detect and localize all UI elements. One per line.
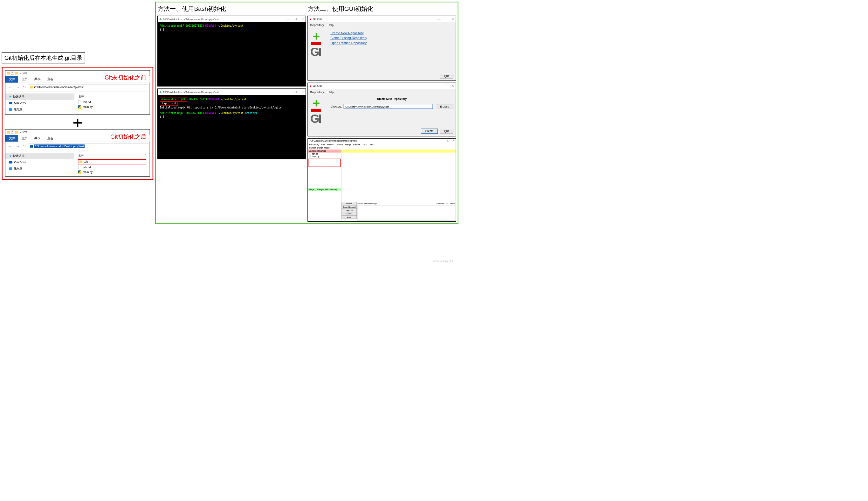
forward-arrow-icon[interactable]: → bbox=[16, 85, 20, 89]
menu-item[interactable]: Tools bbox=[363, 143, 368, 146]
file-row[interactable]: fish.txt bbox=[78, 165, 146, 170]
action-links: Create New Repository Clone Existing Rep… bbox=[330, 31, 367, 70]
minimize-icon[interactable]: — bbox=[286, 90, 290, 94]
file-row[interactable]: main.py bbox=[78, 170, 146, 175]
link-open-repo[interactable]: Open Existing Repository bbox=[330, 41, 367, 46]
browse-button[interactable]: Browse bbox=[436, 104, 453, 109]
folder-icon bbox=[30, 86, 33, 88]
maximize-icon[interactable]: ☐ bbox=[294, 17, 297, 21]
commit-menubar: Repository Edit Branch Commit Merge Remo… bbox=[308, 143, 456, 147]
gui-title: Git Gui bbox=[313, 84, 322, 88]
column-header-name[interactable]: 名称˄ bbox=[78, 94, 146, 100]
rescan-button[interactable]: Rescan bbox=[341, 202, 357, 205]
up-arrow-icon[interactable]: ˅ ↑ bbox=[23, 145, 26, 148]
up-arrow-icon[interactable]: ˅ ↑ bbox=[23, 86, 26, 89]
menu-help[interactable]: Help bbox=[327, 90, 334, 94]
path-input[interactable]: C:\Users\Administrator\Desktop\py\test bbox=[28, 85, 148, 90]
create-button[interactable]: Create bbox=[421, 128, 438, 134]
sidebar-this-pc[interactable]: 此电脑 bbox=[6, 166, 74, 172]
staged-list[interactable] bbox=[308, 191, 341, 221]
unstaged-list[interactable]: 📄 fish.txt 📄 main.py bbox=[308, 153, 341, 188]
menu-help[interactable]: Help bbox=[327, 23, 334, 27]
unstaged-file[interactable]: 📄 main.py bbox=[308, 155, 341, 158]
menu-item[interactable]: Remote bbox=[353, 143, 360, 146]
close-icon[interactable]: ✕ bbox=[451, 84, 454, 88]
quit-button[interactable]: Quit bbox=[440, 129, 453, 134]
menu-item[interactable]: Repository bbox=[310, 143, 319, 146]
close-icon[interactable]: ✕ bbox=[301, 17, 304, 21]
folder-icon bbox=[30, 145, 33, 148]
forward-arrow-icon[interactable]: → bbox=[16, 144, 20, 149]
maximize-icon[interactable]: ☐ bbox=[447, 139, 449, 142]
file-row[interactable]: fish.txt bbox=[78, 100, 146, 105]
txt-file-icon bbox=[78, 100, 81, 104]
window-title: test bbox=[23, 72, 28, 75]
sidebar-quick-access[interactable]: ★快速访问 bbox=[6, 153, 74, 159]
tab-file[interactable]: 文件 bbox=[6, 76, 18, 82]
minimize-icon[interactable]: — bbox=[286, 17, 290, 21]
menu-item[interactable]: Branch bbox=[327, 143, 334, 146]
sidebar-onedrive[interactable]: OneDrive bbox=[6, 159, 74, 166]
python-file-icon bbox=[78, 171, 81, 174]
path-input[interactable]: C:\Users\Administrator\Desktop\py\test bbox=[28, 143, 148, 149]
tab-home[interactable]: 主页 bbox=[18, 76, 31, 82]
unstaged-file[interactable]: 📄 fish.txt bbox=[308, 153, 341, 155]
tab-home[interactable]: 主页 bbox=[18, 135, 31, 141]
file-row-git[interactable]: .git bbox=[78, 159, 146, 164]
git-logo: ＋ GI bbox=[310, 31, 327, 70]
commit-button[interactable]: Commit bbox=[341, 212, 357, 216]
sign-off-button[interactable]: Sign Off bbox=[341, 209, 357, 212]
stage-changed-button[interactable]: Stage Changed bbox=[341, 205, 357, 209]
maximize-icon[interactable]: ☐ bbox=[445, 84, 448, 88]
diff-view[interactable] bbox=[341, 153, 456, 202]
minimize-icon[interactable]: — bbox=[437, 17, 441, 21]
mingw-icon: ◆ bbox=[159, 90, 162, 94]
pc-icon bbox=[9, 108, 12, 110]
back-arrow-icon[interactable]: ← bbox=[9, 85, 13, 89]
column-header-name[interactable]: 名称˄ bbox=[78, 153, 146, 159]
menu-repository[interactable]: Repository bbox=[310, 90, 324, 94]
menu-item[interactable]: Commit bbox=[336, 143, 343, 146]
maximize-icon[interactable]: ☐ bbox=[445, 17, 448, 21]
minimize-icon[interactable]: — bbox=[442, 139, 445, 142]
link-clone-repo[interactable]: Clone Existing Repository bbox=[330, 36, 367, 41]
minimize-icon[interactable]: — bbox=[437, 84, 441, 88]
commit-message-area: Rescan Stage Changed Sign Off Commit Pus… bbox=[341, 202, 456, 221]
quit-button[interactable]: Quit bbox=[440, 74, 453, 78]
git-gui-start-window: ⬧ Git Gui — ☐ ✕ Repository Help ＋ bbox=[307, 15, 456, 81]
maximize-icon[interactable]: ☐ bbox=[294, 90, 297, 94]
menu-item[interactable]: Edit bbox=[321, 143, 325, 146]
terminal-body[interactable]: Administrator@BF-202306071453Administrat… bbox=[158, 95, 305, 159]
tab-view[interactable]: 查看 bbox=[44, 76, 57, 82]
method-gui-column: 方法二、使用GUI初始化 ⬧ Git Gui — ☐ ✕ Repository … bbox=[307, 4, 456, 222]
menu-item[interactable]: Merge bbox=[345, 143, 351, 146]
amend-checkbox[interactable]: ☐ Amend Last Commit bbox=[436, 203, 455, 205]
python-file-icon bbox=[78, 105, 81, 109]
tab-view[interactable]: 查看 bbox=[44, 135, 57, 141]
close-icon[interactable]: ✕ bbox=[451, 17, 454, 21]
sidebar-quick-access[interactable]: ★快速访问 bbox=[6, 94, 74, 100]
back-arrow-icon[interactable]: ← bbox=[9, 144, 13, 149]
diff-header-bar bbox=[341, 149, 456, 153]
link-create-repo[interactable]: Create New Repository bbox=[330, 31, 367, 36]
menu-repository[interactable]: Repository bbox=[310, 23, 324, 27]
tab-share[interactable]: 共享 bbox=[31, 76, 44, 82]
sidebar-this-pc[interactable]: 此电脑 bbox=[6, 106, 74, 113]
sidebar-onedrive[interactable]: OneDrive bbox=[6, 100, 74, 106]
close-icon[interactable]: ✕ bbox=[453, 139, 454, 142]
push-button[interactable]: Push bbox=[341, 215, 357, 219]
onedrive-icon bbox=[9, 161, 13, 163]
msg-title: Initial Commit Message: bbox=[357, 203, 377, 205]
menu-item[interactable]: Help bbox=[370, 143, 374, 146]
close-icon[interactable]: ✕ bbox=[301, 90, 304, 94]
window-title: test bbox=[23, 130, 28, 134]
terminal-body[interactable]: Administrator@BF-202306071453 MINGW64 ~/… bbox=[158, 22, 305, 86]
red-highlight-box: Git未初始化之前 = test 文件 主页 共享 查看 ← → bbox=[2, 67, 153, 180]
after-label: Git初始化之后 bbox=[110, 133, 146, 141]
directory-input[interactable] bbox=[344, 104, 433, 109]
tab-share[interactable]: 共享 bbox=[31, 135, 44, 141]
tab-file[interactable]: 文件 bbox=[6, 135, 18, 141]
file-list: 名称˄ fish.txt main.py bbox=[74, 92, 150, 114]
commit-message-input[interactable] bbox=[357, 205, 455, 221]
file-row[interactable]: main.py bbox=[78, 105, 146, 109]
